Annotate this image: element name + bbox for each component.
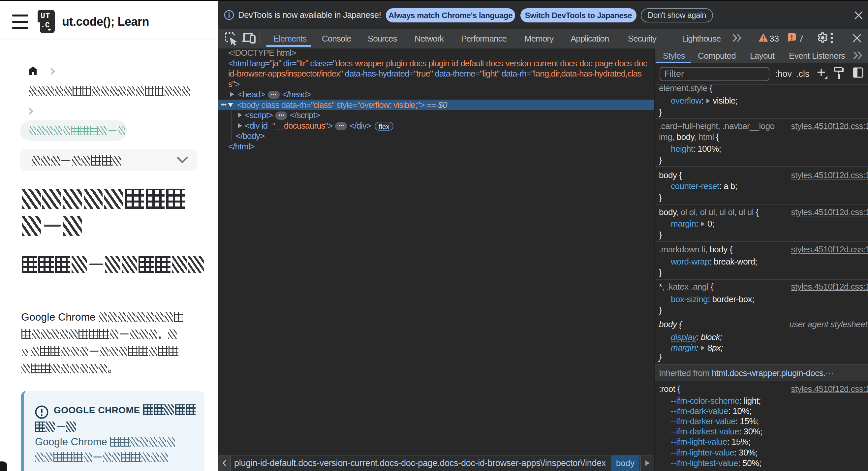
svg-text:.C: .C [40, 21, 50, 30]
svg-text:UT: UT [40, 12, 51, 21]
